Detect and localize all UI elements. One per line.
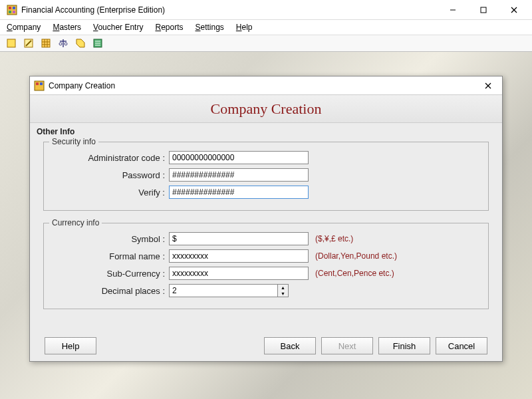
menu-company[interactable]: CCompanyompany <box>7 23 41 32</box>
svg-rect-3 <box>9 11 11 13</box>
toolbar-tag-icon[interactable] <box>73 37 88 50</box>
toolbar-grid-icon[interactable] <box>39 37 53 50</box>
password-input[interactable] <box>169 168 309 182</box>
formal-name-input[interactable] <box>169 249 309 263</box>
dialog-banner: Company Creation <box>30 95 502 123</box>
menu-masters[interactable]: Masters <box>53 23 81 32</box>
svg-point-20 <box>65 43 67 45</box>
password-label: Password : <box>49 170 169 180</box>
security-legend: Security info <box>49 137 98 146</box>
minimize-button[interactable] <box>438 1 468 19</box>
sub-currency-label: Sub-Currency : <box>49 269 169 279</box>
back-button[interactable]: Back <box>264 337 316 354</box>
next-button[interactable]: Next <box>321 337 373 354</box>
decimal-places-label: Decimal places : <box>49 286 169 296</box>
section-header: Other Info <box>30 123 502 138</box>
formal-name-hint: (Dollar,Yen,Pound etc.) <box>315 251 397 261</box>
admin-code-input[interactable] <box>169 151 309 164</box>
currency-info-group: Currency info Symbol : ($,¥,£ etc.) Form… <box>43 223 489 309</box>
symbol-hint: ($,¥,£ etc.) <box>315 234 353 243</box>
decimal-places-spinner[interactable]: ▲ ▼ <box>169 284 289 297</box>
main-titlebar: Financial Accounting (Enterprise Edition… <box>0 0 532 20</box>
dialog-icon <box>34 80 45 91</box>
content-area: Company Creation Company Creation Other … <box>0 52 532 399</box>
svg-rect-6 <box>481 7 486 13</box>
svg-rect-9 <box>7 39 15 47</box>
app-title: Financial Accounting (Enterprise Edition… <box>21 5 438 15</box>
verify-input[interactable] <box>169 186 309 199</box>
toolbar-balance-icon[interactable] <box>56 37 70 50</box>
security-info-group: Security info Administrator code : Passw… <box>43 142 489 211</box>
formal-name-label: Formal name : <box>49 251 169 261</box>
menu-reports[interactable]: Reports <box>155 23 183 32</box>
app-icon <box>7 5 17 15</box>
spinner-down-icon[interactable]: ▼ <box>278 291 288 297</box>
dialog-close-button[interactable] <box>478 78 498 94</box>
toolbar <box>0 35 532 52</box>
svg-rect-1 <box>9 7 11 9</box>
symbol-label: Symbol : <box>49 234 169 244</box>
help-button[interactable]: Help <box>45 337 96 354</box>
currency-legend: Currency info <box>49 218 102 227</box>
toolbar-list-icon[interactable] <box>90 37 105 50</box>
cancel-button[interactable]: Cancel <box>436 337 487 354</box>
maximize-button[interactable] <box>468 1 499 19</box>
svg-rect-2 <box>13 7 15 9</box>
dialog-title: Company Creation <box>49 81 478 90</box>
verify-label: Verify : <box>49 188 169 198</box>
company-creation-dialog: Company Creation Company Creation Other … <box>29 76 503 362</box>
sub-currency-input[interactable] <box>169 267 309 280</box>
menu-settings[interactable]: Settings <box>195 23 223 32</box>
close-button[interactable] <box>499 1 529 19</box>
menubar: CCompanyompany Masters Voucher Entry Rep… <box>0 20 532 35</box>
svg-marker-21 <box>76 39 84 47</box>
svg-rect-27 <box>36 82 39 85</box>
banner-title: Company Creation <box>211 100 322 118</box>
dialog-button-row: Help Back Next Finish Cancel <box>30 337 502 354</box>
svg-rect-4 <box>13 11 15 13</box>
decimal-places-input[interactable] <box>169 284 278 297</box>
sub-currency-hint: (Cent,Cen,Pence etc.) <box>315 269 394 278</box>
toolbar-edit-icon[interactable] <box>21 37 36 50</box>
dialog-titlebar: Company Creation <box>30 76 502 95</box>
svg-point-19 <box>59 43 62 45</box>
admin-code-label: Administrator code : <box>49 153 169 163</box>
symbol-input[interactable] <box>169 232 309 245</box>
svg-rect-28 <box>40 82 43 85</box>
menu-voucher[interactable]: Voucher Entry <box>93 23 143 32</box>
spinner-up-icon[interactable]: ▲ <box>278 285 288 291</box>
svg-rect-12 <box>42 39 50 47</box>
finish-button[interactable]: Finish <box>378 337 430 354</box>
menu-help[interactable]: Help <box>236 23 253 32</box>
toolbar-new-icon[interactable] <box>4 37 19 50</box>
